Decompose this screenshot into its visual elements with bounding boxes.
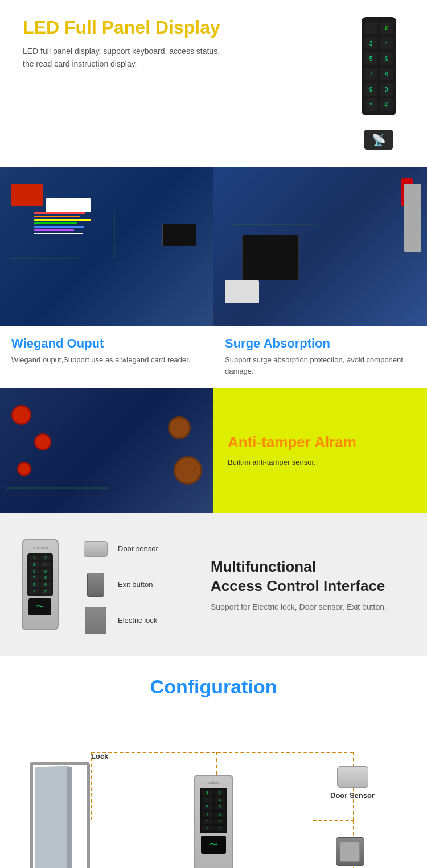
side-connector — [404, 184, 421, 252]
key-0: 0 — [380, 83, 393, 96]
anti-tamper-row: Anti-tamper Alram Built-in anti-tamper s… — [0, 388, 427, 513]
cpk-1: 1 — [202, 790, 213, 796]
config-section: Configuration Lock Door — [0, 656, 427, 868]
wire-blue — [34, 226, 84, 228]
door-sensor-label: Door sensor — [118, 544, 158, 553]
exit-button-row: Exit button — [80, 569, 194, 600]
dashed-line-left — [91, 752, 92, 820]
pk-5: 5 — [30, 569, 39, 574]
keypad-grid: 2 3 4 5 6 7 8 9 0 * # — [362, 17, 396, 115]
surge-title: Surge Absorption — [225, 336, 416, 351]
pcb-trace-3 — [231, 224, 316, 225]
key-2: 2 — [380, 22, 393, 34]
cpk-9: 9 — [202, 819, 213, 824]
button-component-1 — [11, 405, 31, 425]
config-diagram: Lock Door nordson 1 2 3 4 — [11, 715, 416, 868]
config-door: Door — [28, 760, 91, 868]
pk-1: 1 — [30, 556, 39, 561]
pk-star: * — [30, 589, 39, 594]
anti-tamper-title: Anti-tamper Alram — [228, 433, 413, 451]
cpk-8: 8 — [215, 812, 225, 817]
wire-purple — [34, 229, 74, 231]
electric-lock-image — [80, 605, 111, 636]
wire-white — [34, 233, 83, 234]
exit-button-image — [80, 569, 111, 600]
surge-pcb-image — [214, 167, 427, 326]
wire-orange — [34, 216, 80, 217]
config-title: Configuration — [11, 676, 416, 698]
key-4: 4 — [380, 37, 393, 49]
electric-lock-row: Electric lock — [80, 605, 194, 636]
dashed-line-top — [91, 752, 353, 753]
wire-red — [34, 212, 85, 214]
cpk-0: 0 — [215, 819, 225, 824]
button-component-2 — [34, 433, 51, 450]
connector-block — [46, 198, 91, 212]
multi-text-block: MultifunctionalAccess Control Interface … — [211, 557, 410, 612]
anti-tamper-text: Anti-tamper Alram Built-in anti-tamper s… — [214, 388, 427, 513]
config-door-sensor: Door Sensor — [330, 766, 375, 800]
key-1 — [365, 22, 377, 34]
wire-yellow — [34, 219, 91, 221]
led-panel-visual: 2 3 4 5 6 7 8 9 0 * # 📡 — [353, 17, 404, 150]
pk-8: 8 — [41, 575, 51, 580]
pcb-trace-anti — [6, 487, 108, 489]
anti-tamper-pcb-image — [0, 388, 214, 513]
brown-component — [168, 416, 191, 439]
access-panel-visual: nordson 1 2 3 4 5 6 7 8 9 0 * # 〜 — [22, 539, 59, 630]
dashed-line-right-h1 — [313, 820, 354, 821]
config-panel-rfid: 〜 — [201, 836, 226, 854]
key-6: 6 — [380, 52, 393, 65]
rfid-wave-icon: 📡 — [372, 133, 386, 147]
brown-component-2 — [174, 456, 202, 485]
wiegand-desc: Wiegand ouput,Support use as a wiegand c… — [11, 354, 202, 366]
pcb-trace-2 — [114, 212, 115, 258]
config-exit-button: Exit Button — [330, 837, 369, 868]
white-component — [225, 280, 259, 303]
led-section: LED Full Panel Display LED full panel di… — [0, 0, 427, 167]
dashed-line-mid — [216, 752, 217, 775]
surge-desc: Support surge absorption protection, avo… — [225, 354, 416, 377]
rfid-card-icon: 📡 — [364, 130, 393, 150]
cpk-6: 6 — [215, 804, 225, 810]
svg-rect-2 — [67, 767, 72, 868]
circuit-board-anti — [0, 388, 214, 513]
led-text-block: LED Full Panel Display LED full panel di… — [23, 17, 353, 71]
multi-section: nordson 1 2 3 4 5 6 7 8 9 0 * # 〜 — [0, 513, 427, 656]
wiegand-title: Wiegand Ouput — [11, 336, 202, 351]
cpk-star: * — [202, 826, 213, 832]
cpk-3: 3 — [202, 797, 213, 803]
pk-7: 7 — [30, 575, 39, 580]
config-access-panel: nordson 1 2 3 4 5 6 7 8 9 0 * # 〜 — [194, 775, 233, 868]
cpk-2: 2 — [215, 790, 225, 796]
device-icons-list: Door sensor Exit button Electric lock — [80, 533, 194, 636]
key-5: 5 — [365, 52, 377, 65]
door-sensor-row: Door sensor — [80, 533, 194, 564]
key-star: * — [365, 98, 377, 111]
main-ic-chip — [242, 235, 299, 280]
key-3: 3 — [365, 37, 377, 49]
key-7: 7 — [365, 68, 377, 80]
key-9: 9 — [365, 83, 377, 96]
anti-tamper-desc: Built-in anti-tamper sensor. — [228, 457, 413, 468]
lock-label: Lock — [91, 752, 108, 760]
cpk-7: 7 — [202, 812, 213, 817]
wiegand-pcb-image — [0, 167, 214, 326]
panel-rfid: 〜 — [28, 598, 51, 615]
wires-bundle — [34, 212, 91, 234]
exit-button-shape — [336, 837, 364, 866]
feature-labels: Wiegand Ouput Wiegand ouput,Support use … — [0, 326, 427, 388]
access-panel-device: nordson 1 2 3 4 5 6 7 8 9 0 * # 〜 — [17, 539, 63, 630]
pcb-trace-1 — [11, 258, 80, 259]
door-svg — [28, 760, 91, 868]
cpk-5: 5 — [202, 804, 213, 810]
led-description: LED full panel display, support keyboard… — [23, 45, 342, 71]
pk-9: 9 — [30, 582, 39, 587]
surge-feature-cell: Surge Absorption Support surge absorptio… — [214, 326, 427, 388]
svg-rect-1 — [35, 766, 69, 868]
cpk-hash: # — [215, 826, 225, 832]
cfg-door-sensor-label: Door Sensor — [330, 791, 375, 800]
exit-button-label: Exit button — [118, 580, 153, 589]
multi-title: MultifunctionalAccess Control Interface — [211, 557, 410, 596]
led-title: LED Full Panel Display — [23, 17, 342, 38]
